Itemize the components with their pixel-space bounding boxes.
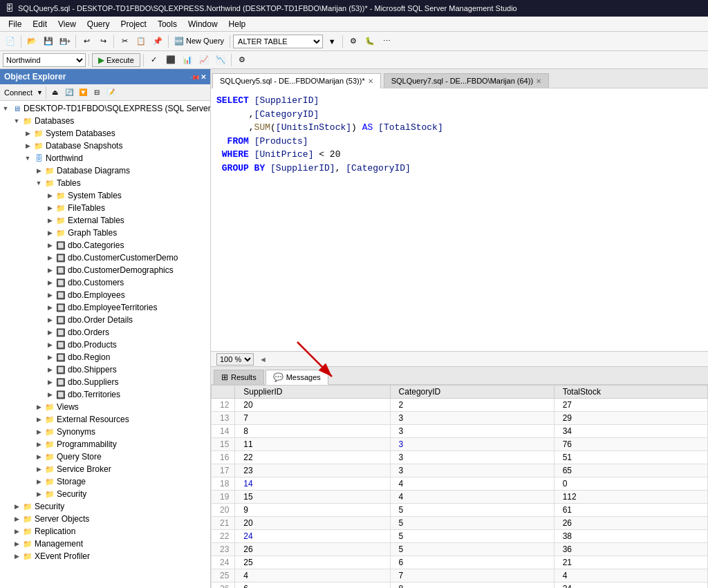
- tree-item-shippers[interactable]: ▶ 🔲 dbo.Shippers: [0, 363, 210, 376]
- results-to-btn[interactable]: 📊: [180, 53, 195, 68]
- database-combo[interactable]: Northwind: [3, 53, 86, 67]
- tree-item-dbsnaps[interactable]: ▶ 📁 Database Snapshots: [0, 140, 210, 152]
- collapse-btn[interactable]: ⊟: [91, 86, 103, 99]
- expand-suppliers[interactable]: ▶: [44, 379, 55, 386]
- zoom-select[interactable]: 100 %: [216, 353, 254, 366]
- save-btn[interactable]: 💾: [41, 34, 56, 49]
- expand-customers[interactable]: ▶: [44, 279, 55, 286]
- expand-sysdbs[interactable]: ▶: [22, 130, 33, 137]
- tree-item-replication[interactable]: ▶ 📁 Replication: [0, 525, 210, 538]
- tree-item-databases[interactable]: ▼ 📁 Databases: [0, 115, 210, 127]
- menu-help[interactable]: Help: [223, 18, 252, 30]
- tree-item-employees[interactable]: ▶ 🔲 dbo.Employees: [0, 289, 210, 301]
- expand-dbsnaps[interactable]: ▶: [22, 142, 33, 149]
- paste-btn[interactable]: 📌: [150, 34, 165, 49]
- tree-item-security-db[interactable]: ▶ 📁 Security: [0, 488, 210, 500]
- include-actual-btn[interactable]: 📈: [196, 53, 212, 68]
- tree-item-graphtables[interactable]: ▶ 📁 Graph Tables: [0, 227, 210, 239]
- settings-btn[interactable]: ⚙: [346, 34, 361, 49]
- refresh-btn[interactable]: 🔄: [63, 86, 75, 99]
- tree-item-custdemog[interactable]: ▶ 🔲 dbo.CustomerDemographics: [0, 264, 210, 276]
- query-options-btn[interactable]: ⚙: [234, 53, 250, 68]
- tree-item-views[interactable]: ▶ 📁 Views: [0, 401, 210, 413]
- tree-item-filetables[interactable]: ▶ 📁 FileTables: [0, 202, 210, 214]
- expand-management[interactable]: ▶: [11, 540, 22, 547]
- results-table-container[interactable]: SupplierID CategoryID TotalStock 1220227…: [211, 385, 708, 588]
- expand-filetables[interactable]: ▶: [44, 205, 55, 211]
- redo-btn[interactable]: ↪: [95, 34, 111, 49]
- menu-file[interactable]: File: [3, 18, 27, 30]
- expand-storage[interactable]: ▶: [33, 478, 44, 485]
- parse-btn[interactable]: ✓: [147, 53, 162, 68]
- tab-sqlquery5[interactable]: SQLQuery5.sql - DE...FBDO\Marijan (53))*…: [212, 73, 381, 88]
- tree-item-territories[interactable]: ▶ 🔲 dbo.Territories: [0, 388, 210, 401]
- expand-server[interactable]: ▼: [0, 105, 11, 112]
- tree-item-systables[interactable]: ▶ 📁 System Tables: [0, 189, 210, 202]
- tree-item-region[interactable]: ▶ 🔲 dbo.Region: [0, 351, 210, 363]
- expand-querystore[interactable]: ▶: [33, 453, 44, 460]
- new-query-btn[interactable]: 📄: [3, 34, 18, 49]
- expand-tables[interactable]: ▼: [33, 180, 44, 187]
- expand-databases[interactable]: ▼: [11, 117, 22, 124]
- tree-item-orders[interactable]: ▶ 🔲 dbo.Orders: [0, 326, 210, 339]
- debug-btn[interactable]: 🐛: [362, 34, 378, 49]
- connect-dropdown-icon[interactable]: ▼: [37, 89, 43, 96]
- tree-item-suppliers[interactable]: ▶ 🔲 dbo.Suppliers: [0, 376, 210, 388]
- copy-btn[interactable]: 📋: [133, 34, 149, 49]
- menu-edit[interactable]: Edit: [27, 18, 53, 30]
- expand-custdemo[interactable]: ▶: [44, 254, 55, 261]
- expand-replication[interactable]: ▶: [11, 528, 22, 535]
- tree-item-exttables[interactable]: ▶ 📁 External Tables: [0, 214, 210, 227]
- menu-tools[interactable]: Tools: [152, 18, 183, 30]
- expand-shippers[interactable]: ▶: [44, 366, 55, 373]
- expand-xevent[interactable]: ▶: [11, 553, 22, 560]
- display-est-btn[interactable]: 📉: [213, 53, 228, 68]
- tree-item-synonyms[interactable]: ▶ 📁 Synonyms: [0, 426, 210, 438]
- tab-sqlquery7-close[interactable]: ✕: [536, 77, 541, 85]
- stop-btn[interactable]: ⬛: [163, 53, 178, 68]
- expand-extres[interactable]: ▶: [33, 416, 44, 423]
- tree-item-tables[interactable]: ▼ 📁 Tables: [0, 177, 210, 189]
- expand-territories[interactable]: ▶: [44, 391, 55, 398]
- undo-btn[interactable]: ↩: [79, 34, 94, 49]
- tab-sqlquery5-close[interactable]: ✕: [368, 77, 373, 85]
- tree-item-categories[interactable]: ▶ 🔲 dbo.Categories: [0, 239, 210, 252]
- expand-views[interactable]: ▶: [33, 404, 44, 410]
- expand-security[interactable]: ▶: [11, 503, 22, 510]
- open-btn[interactable]: 📂: [24, 34, 39, 49]
- menu-project[interactable]: Project: [115, 18, 152, 30]
- expand-security-db[interactable]: ▶: [33, 491, 44, 497]
- new-query-oe-btn[interactable]: 📝: [104, 86, 117, 99]
- expand-categories[interactable]: ▶: [44, 242, 55, 249]
- expand-servicebroker[interactable]: ▶: [33, 466, 44, 473]
- expand-serverobj[interactable]: ▶: [11, 515, 22, 522]
- results-tab-results[interactable]: ⊞ Results: [214, 370, 264, 384]
- menu-window[interactable]: Window: [183, 18, 223, 30]
- expand-custdemog[interactable]: ▶: [44, 267, 55, 274]
- tree-item-security[interactable]: ▶ 📁 Security: [0, 500, 210, 513]
- close-oe-btn[interactable]: ✕: [201, 73, 206, 81]
- tree-item-empterr[interactable]: ▶ 🔲 dbo.EmployeeTerritories: [0, 301, 210, 314]
- alter-table-go-btn[interactable]: ▼: [324, 34, 339, 49]
- filter-btn[interactable]: 🔽: [77, 86, 89, 99]
- tree-item-servicebroker[interactable]: ▶ 📁 Service Broker: [0, 463, 210, 475]
- cut-btn[interactable]: ✂: [117, 34, 132, 49]
- tree-item-products[interactable]: ▶ 🔲 dbo.Products: [0, 339, 210, 351]
- expand-orders[interactable]: ▶: [44, 329, 55, 336]
- expand-region[interactable]: ▶: [44, 354, 55, 361]
- new-query-label[interactable]: 🆕 New Query: [171, 37, 227, 46]
- expand-graphtables[interactable]: ▶: [44, 229, 55, 236]
- expand-northwind[interactable]: ▼: [22, 155, 33, 162]
- expand-systables[interactable]: ▶: [44, 192, 55, 199]
- tree-item-extres[interactable]: ▶ 📁 External Resources: [0, 413, 210, 426]
- menu-query[interactable]: Query: [82, 18, 115, 30]
- tree-item-customers[interactable]: ▶ 🔲 dbo.Customers: [0, 276, 210, 289]
- query-editor[interactable]: SELECT [SupplierID] ,[CategoryID] ,SUM([…: [211, 88, 708, 352]
- save-all-btn[interactable]: 💾+: [57, 34, 73, 49]
- tree-item-storage[interactable]: ▶ 📁 Storage: [0, 475, 210, 488]
- tree-item-dbdiagrams[interactable]: ▶ 📁 Database Diagrams: [0, 164, 210, 177]
- tab-sqlquery7[interactable]: SQLQuery7.sql - DE...FBDO\Marijan (64)) …: [384, 73, 549, 88]
- tree-item-xevent[interactable]: ▶ 📁 XEvent Profiler: [0, 550, 210, 562]
- expand-products[interactable]: ▶: [44, 341, 55, 348]
- disconnect-btn[interactable]: ⏏: [49, 86, 62, 99]
